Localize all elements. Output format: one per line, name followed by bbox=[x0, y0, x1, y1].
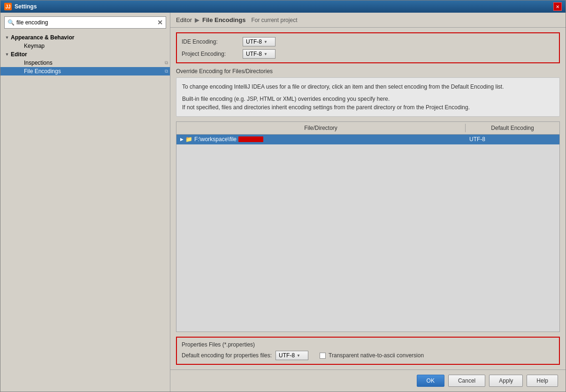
properties-title: Properties Files (*.properties) bbox=[182, 341, 554, 348]
ide-encoding-label: IDE Encoding: bbox=[182, 38, 243, 45]
search-area: 🔍 ✕ bbox=[0, 13, 170, 32]
content-area: 🔍 ✕ Appearance & Behavior Keymap bbox=[0, 13, 566, 392]
sidebar-item-label: File Encodings bbox=[24, 68, 61, 75]
bottom-bar: OK Cancel Apply Help bbox=[170, 369, 566, 392]
sidebar-item-label: Inspections bbox=[24, 60, 53, 66]
sidebar-item-keymap[interactable]: Keymap bbox=[0, 42, 170, 50]
settings-window: JJ Settings ✕ 🔍 ✕ Appearance & Behavior bbox=[0, 0, 566, 392]
tree-arrow-icon bbox=[4, 35, 10, 40]
override-title: Override Encoding for Files/Directories bbox=[176, 68, 560, 75]
properties-encoding-label: Default encoding for properties files: bbox=[182, 352, 272, 359]
dropdown-arrow-icon: ▼ bbox=[264, 40, 268, 44]
sidebar-item-appearance-behavior[interactable]: Appearance & Behavior bbox=[0, 33, 170, 42]
ok-button[interactable]: OK bbox=[417, 375, 444, 387]
table-body: ▶ 📁 F:\workspace\file file-parent UTF-8 bbox=[176, 135, 559, 332]
title-bar: JJ Settings ✕ bbox=[0, 0, 566, 13]
breadcrumb-parent: Editor bbox=[176, 16, 192, 23]
title-bar-controls: ✕ bbox=[553, 2, 562, 11]
sidebar-item-label: Appearance & Behavior bbox=[11, 34, 74, 41]
ide-encoding-value: UTF-8 bbox=[246, 38, 262, 45]
file-directory-table: File/Directory Default Encoding ▶ 📁 F:\w… bbox=[176, 121, 560, 332]
redacted-filename: file-parent bbox=[238, 136, 263, 142]
table-header: File/Directory Default Encoding bbox=[176, 122, 559, 135]
properties-row: Default encoding for properties files: U… bbox=[182, 351, 554, 360]
col-file-header: File/Directory bbox=[176, 124, 466, 132]
table-row[interactable]: ▶ 📁 F:\workspace\file file-parent UTF-8 bbox=[176, 135, 559, 144]
project-encoding-dropdown[interactable]: UTF-8 ▼ bbox=[243, 49, 275, 59]
breadcrumb-separator: ▶ bbox=[195, 16, 199, 23]
copy-icon: ⧉ bbox=[165, 60, 168, 66]
clear-search-button[interactable]: ✕ bbox=[157, 19, 163, 26]
project-encoding-label: Project Encoding: bbox=[182, 51, 243, 57]
dropdown-arrow-icon: ▼ bbox=[264, 52, 268, 56]
info-line-2: Built-in file encoding (e.g. JSP, HTML o… bbox=[182, 95, 554, 103]
transparent-conversion-label: Transparent native-to-ascii conversion bbox=[329, 352, 424, 359]
settings-tree: Appearance & Behavior Keymap Editor Insp… bbox=[0, 32, 170, 392]
file-path-text: F:\workspace\file bbox=[194, 136, 237, 143]
info-line-3: If not specified, files and directories … bbox=[182, 103, 554, 112]
search-icon: 🔍 bbox=[8, 19, 15, 26]
cancel-button[interactable]: Cancel bbox=[448, 375, 485, 387]
override-encoding-section: Override Encoding for Files/Directories … bbox=[176, 68, 560, 117]
sidebar-item-editor[interactable]: Editor bbox=[0, 50, 170, 59]
folder-icon: 📁 bbox=[185, 136, 192, 143]
main-panel: Editor ▶ File Encodings For current proj… bbox=[170, 13, 566, 392]
for-current-project-link[interactable]: For current project bbox=[251, 17, 297, 23]
project-encoding-value: UTF-8 bbox=[246, 51, 262, 57]
apply-button[interactable]: Apply bbox=[489, 375, 523, 387]
panel-content: IDE Encoding: UTF-8 ▼ Project Encoding: … bbox=[170, 28, 566, 369]
col-encoding-header: Default Encoding bbox=[466, 124, 559, 132]
encoding-border-box: IDE Encoding: UTF-8 ▼ Project Encoding: … bbox=[176, 32, 560, 63]
sidebar: 🔍 ✕ Appearance & Behavior Keymap bbox=[0, 13, 170, 392]
title-bar-left: JJ Settings bbox=[4, 3, 37, 10]
file-path-cell: ▶ 📁 F:\workspace\file file-parent bbox=[176, 136, 466, 143]
properties-encoding-value: UTF-8 bbox=[279, 352, 295, 359]
ide-encoding-dropdown[interactable]: UTF-8 ▼ bbox=[243, 37, 275, 46]
info-box: To change encoding IntelliJ IDEA uses fo… bbox=[176, 77, 560, 117]
close-button[interactable]: ✕ bbox=[553, 2, 562, 11]
expand-arrow-icon: ▶ bbox=[180, 137, 184, 142]
encoding-value-cell: UTF-8 bbox=[466, 136, 559, 143]
panel-header: Editor ▶ File Encodings For current proj… bbox=[170, 13, 566, 28]
breadcrumb-current: File Encodings bbox=[202, 16, 245, 23]
transparent-conversion-checkbox[interactable] bbox=[320, 353, 326, 359]
project-encoding-row: Project Encoding: UTF-8 ▼ bbox=[182, 49, 554, 59]
window-title: Settings bbox=[15, 3, 37, 10]
sidebar-item-label: Editor bbox=[11, 51, 27, 58]
search-box[interactable]: 🔍 ✕ bbox=[4, 16, 166, 29]
help-button[interactable]: Help bbox=[527, 375, 558, 387]
sidebar-item-inspections[interactable]: Inspections ⧉ bbox=[0, 59, 170, 67]
properties-encoding-dropdown[interactable]: UTF-8 ▼ bbox=[275, 351, 308, 360]
sidebar-item-label: Keymap bbox=[24, 43, 45, 49]
info-line-1: To change encoding IntelliJ IDEA uses fo… bbox=[182, 83, 554, 91]
search-input[interactable] bbox=[16, 19, 155, 26]
tree-arrow-icon bbox=[4, 52, 10, 57]
ide-encoding-row: IDE Encoding: UTF-8 ▼ bbox=[182, 37, 554, 46]
properties-section: Properties Files (*.properties) Default … bbox=[176, 337, 560, 365]
encoding-settings-section: IDE Encoding: UTF-8 ▼ Project Encoding: … bbox=[176, 32, 560, 63]
dropdown-arrow-icon: ▼ bbox=[297, 354, 300, 358]
copy-icon: ⧉ bbox=[165, 68, 168, 74]
transparent-conversion-area: Transparent native-to-ascii conversion bbox=[320, 352, 424, 359]
sidebar-item-file-encodings[interactable]: File Encodings ⧉ bbox=[0, 67, 170, 75]
app-icon: JJ bbox=[4, 3, 12, 10]
